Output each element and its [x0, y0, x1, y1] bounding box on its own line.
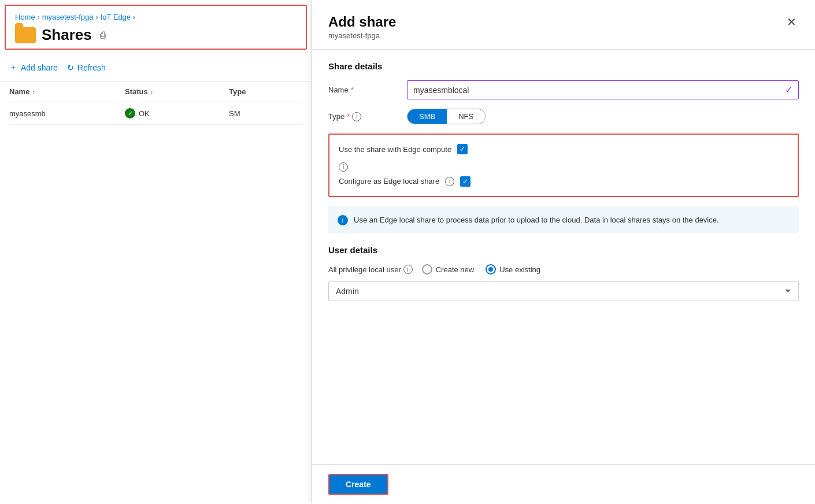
- row-status: ✓ OK: [125, 108, 229, 118]
- type-form-row: Type * i SMB NFS: [328, 109, 799, 124]
- edge-local-label: Configure as Edge local share: [339, 177, 439, 186]
- refresh-button[interactable]: ↻ Refresh: [67, 61, 106, 75]
- edge-local-row: Configure as Edge local share i ✓: [339, 176, 788, 187]
- refresh-label: Refresh: [77, 63, 106, 72]
- breadcrumb: Home › myasetest-fpga › IoT Edge ›: [15, 13, 297, 21]
- edge-compute-info-icon[interactable]: i: [339, 162, 348, 172]
- edge-local-check: ✓: [462, 178, 468, 185]
- table-row[interactable]: myasesmb ✓ OK SM: [9, 102, 302, 125]
- breadcrumb-device[interactable]: myasetest-fpga: [42, 13, 94, 21]
- col-header-type: Type: [229, 87, 287, 96]
- drawer-title-area: Add share myasetest-fpga: [328, 14, 396, 40]
- user-details-row: All privilege local user i Create new Us…: [328, 264, 799, 275]
- user-details-label: User details: [328, 245, 799, 255]
- drawer-content: Share details Name * ✓ Type * i SMB NFS: [312, 50, 815, 464]
- add-share-button[interactable]: ＋ Add share: [9, 60, 58, 75]
- user-dropdown[interactable]: Admin: [328, 281, 799, 301]
- page-header: Shares ⎙: [15, 26, 297, 44]
- type-required: *: [347, 112, 350, 121]
- breadcrumb-sep-1: ›: [38, 13, 40, 21]
- close-button[interactable]: ✕: [784, 14, 799, 30]
- create-new-label: Create new: [436, 265, 474, 274]
- create-button[interactable]: Create: [328, 474, 388, 495]
- info-banner-text: Use an Edge local share to process data …: [354, 214, 719, 226]
- breadcrumb-sep-2: ›: [96, 13, 98, 21]
- privilege-info-icon[interactable]: i: [403, 265, 413, 274]
- privilege-label: All privilege local user i: [328, 265, 413, 274]
- table-area: Name ↕ Status ↕ Type myasesmb ✓ OK: [0, 81, 312, 125]
- name-input-wrapper: ✓: [407, 80, 799, 99]
- ok-icon: ✓: [125, 108, 135, 118]
- folder-icon: [15, 27, 36, 43]
- type-label: Type * i: [328, 112, 398, 121]
- name-label: Name *: [328, 86, 398, 94]
- drawer-title: Add share: [328, 14, 396, 30]
- table-header: Name ↕ Status ↕ Type: [9, 81, 302, 102]
- breadcrumb-home[interactable]: Home: [15, 13, 35, 21]
- nfs-button[interactable]: NFS: [447, 109, 485, 124]
- use-existing-label: Use existing: [499, 265, 540, 274]
- toolbar: ＋ Add share ↻ Refresh: [0, 54, 312, 81]
- refresh-icon: ↻: [67, 63, 74, 72]
- create-new-radio[interactable]: [422, 264, 432, 275]
- sort-icon-name[interactable]: ↕: [32, 88, 35, 95]
- use-existing-option[interactable]: Use existing: [486, 264, 540, 275]
- col-header-status: Status ↕: [125, 87, 229, 96]
- edge-compute-row: Use the share with Edge compute ✓: [339, 144, 788, 154]
- edge-compute-checkbox[interactable]: ✓: [457, 144, 468, 154]
- user-details-section: User details All privilege local user i …: [328, 245, 799, 301]
- edge-compute-check: ✓: [460, 146, 465, 153]
- row-type: SM: [229, 109, 287, 118]
- type-toggle: SMB NFS: [407, 109, 486, 124]
- edge-compute-section: Use the share with Edge compute ✓ i Conf…: [328, 134, 799, 197]
- create-new-option[interactable]: Create new: [422, 264, 474, 275]
- use-existing-radio[interactable]: [486, 264, 496, 275]
- status-ok: ✓ OK: [125, 108, 150, 118]
- name-required: *: [351, 86, 354, 94]
- valid-checkmark: ✓: [785, 84, 792, 95]
- drawer-header: Add share myasetest-fpga ✕: [312, 0, 815, 50]
- drawer-footer: Create: [312, 464, 815, 504]
- page-title: Shares: [42, 26, 92, 44]
- name-form-row: Name * ✓: [328, 80, 799, 99]
- breadcrumb-title-area: Home › myasetest-fpga › IoT Edge › Share…: [5, 5, 307, 50]
- radio-group: Create new Use existing: [422, 264, 540, 275]
- breadcrumb-section[interactable]: IoT Edge: [101, 13, 131, 21]
- edge-compute-label: Use the share with Edge compute: [339, 145, 451, 154]
- breadcrumb-sep-3: ›: [133, 13, 135, 21]
- user-dropdown-wrapper: Admin: [328, 281, 799, 301]
- info-banner: i Use an Edge local share to process dat…: [328, 206, 799, 234]
- type-info-icon[interactable]: i: [352, 112, 361, 121]
- add-share-label: Add share: [21, 63, 58, 72]
- row-name: myasesmb: [9, 109, 125, 118]
- left-panel: Home › myasetest-fpga › IoT Edge › Share…: [0, 0, 312, 504]
- plus-icon: ＋: [9, 62, 17, 73]
- sort-icon-status[interactable]: ↕: [150, 88, 154, 95]
- smb-button[interactable]: SMB: [408, 109, 447, 124]
- edge-local-info-icon[interactable]: i: [445, 177, 454, 186]
- drawer-subtitle: myasetest-fpga: [328, 31, 396, 40]
- share-details-label: Share details: [328, 61, 799, 71]
- add-share-drawer: Add share myasetest-fpga ✕ Share details…: [312, 0, 815, 504]
- name-input[interactable]: [413, 86, 785, 95]
- print-icon[interactable]: ⎙: [100, 30, 106, 40]
- edge-local-checkbox[interactable]: ✓: [460, 176, 471, 187]
- info-banner-icon: i: [338, 215, 348, 225]
- col-header-name: Name ↕: [9, 87, 125, 96]
